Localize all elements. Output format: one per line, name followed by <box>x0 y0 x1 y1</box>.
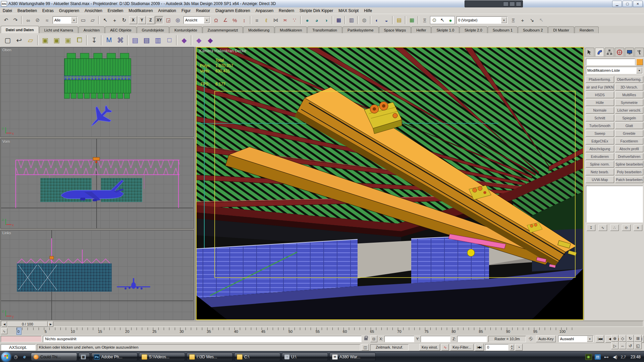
save-icon[interactable]: ▣ <box>40 35 51 46</box>
viewport-front-label[interactable]: Vorn <box>2 139 10 143</box>
modifier-button-netz-bearb-[interactable]: Netz bearb. <box>586 169 614 175</box>
pin-icon[interactable]: ↧ <box>89 35 100 46</box>
region-zoom-icon[interactable]: ⊞ <box>634 335 642 342</box>
create-layer-icon[interactable]: + <box>518 16 527 24</box>
menu-bearbeiten[interactable]: Bearbeiten <box>15 8 40 14</box>
modifier-button-h-lle[interactable]: Hülle <box>586 99 614 106</box>
select-and-rotate-icon[interactable]: ↻ <box>120 16 128 24</box>
layer-dropdown[interactable]: 0 (Vorgabe)▼ <box>457 16 507 24</box>
modifier-button-facettieren[interactable]: Facettieren <box>615 138 644 144</box>
tab-licht-und-kamera[interactable]: Licht und Kamera <box>39 26 78 33</box>
menu-animation[interactable]: Animation <box>156 8 179 14</box>
modify-panel-tab[interactable] <box>595 48 604 56</box>
modifier-button-abschr-profil[interactable]: Abschr.profil <box>615 145 644 152</box>
pan-hand-icon[interactable]: ⇔ <box>619 342 626 349</box>
toggle-layers-icon[interactable]: Ξ <box>509 16 518 24</box>
object-color-swatch[interactable] <box>636 59 643 65</box>
object-name-field[interactable] <box>586 59 635 65</box>
render-setup-teapot-icon[interactable]: ● <box>303 16 312 24</box>
viewport-front[interactable]: Vorn <box>0 138 194 229</box>
modifier-button-edgechex[interactable]: EdgeChEx <box>586 138 614 144</box>
time-configuration-icon[interactable]: ◔ <box>515 344 523 351</box>
unlink-selection-icon[interactable]: ⊘ <box>33 16 42 24</box>
menu-ansichten[interactable]: Ansichten <box>82 8 105 14</box>
percent-snap-icon[interactable]: % <box>230 16 239 24</box>
show-end-result-icon[interactable]: ∿ <box>598 225 607 231</box>
menu-rendern[interactable]: Rendern <box>276 8 297 14</box>
taskbar-button-adobe-ph-[interactable]: PsAdobe Ph... <box>91 353 138 361</box>
modifier-button-oberflverformg-[interactable]: Oberflverformg. <box>615 76 644 83</box>
rectangular-region-icon[interactable]: ▭ <box>79 16 88 24</box>
axis-constraint-z-button[interactable]: Z <box>147 16 155 24</box>
key-filter-curve-icon[interactable]: ∿ <box>441 344 449 351</box>
taskbar-button-u-[interactable]: ◔U:\ <box>282 353 328 361</box>
menu-datei[interactable]: Datei <box>0 8 15 14</box>
tab-soulbourn-2[interactable]: Soulbourn 2 <box>518 26 548 33</box>
configure-modifier-sets-icon[interactable]: ∗ <box>634 225 642 231</box>
set-key-button[interactable]: Key einst. <box>419 344 440 351</box>
close-button[interactable]: ✕ <box>633 1 643 7</box>
chevron-down-icon[interactable]: ▼ <box>587 336 593 342</box>
save-copy-icon[interactable]: ▣ <box>63 35 73 46</box>
remove-modifier-icon[interactable]: ⊖ <box>622 225 631 231</box>
viewport-camera-canvas[interactable] <box>197 48 583 319</box>
taskbar-button-could-thi-[interactable]: Could Thi... <box>31 353 77 361</box>
walk-through-icon[interactable]: ▷ <box>611 342 619 349</box>
airplane-top-view[interactable] <box>84 101 116 133</box>
taskbar-button-c-[interactable]: C:\ <box>234 353 280 361</box>
modifier-button-uvw-map[interactable]: UVW-Map <box>586 176 614 183</box>
menu-reaktor[interactable]: Reaktor <box>193 8 213 14</box>
key-mode-toggle-button[interactable]: |◀▶| <box>475 344 484 351</box>
internet-explorer-icon[interactable]: e <box>21 353 28 361</box>
isolate-eye-icon[interactable]: ⊙ <box>431 16 438 24</box>
material-editor-icon[interactable]: ◐ <box>373 16 381 24</box>
usb-tray-icon[interactable]: ⊷ <box>603 354 609 360</box>
tab-space-warps[interactable]: Space Warps <box>379 26 411 33</box>
undo-icon[interactable]: ↶ <box>2 16 10 24</box>
viewport-left[interactable]: Links <box>0 230 194 320</box>
menu-erstellen[interactable]: Erstellen <box>105 8 126 14</box>
camera-iris-icon[interactable]: ◍ <box>360 16 369 24</box>
align-icon[interactable]: ≍ <box>281 16 289 24</box>
render-last-teapot-icon[interactable]: ◕ <box>312 16 321 24</box>
modifier-button-normale[interactable]: Normale <box>586 107 614 114</box>
modifier-button-spline-norm-[interactable]: Spline norm. <box>586 161 614 168</box>
motion-panel-tab[interactable] <box>615 48 624 56</box>
pin-stack-icon[interactable]: ↧ <box>587 225 595 231</box>
modifier-stack-list[interactable] <box>586 186 643 223</box>
modifier-button-poly-bearbeiten[interactable]: Poly bearbeiten <box>615 169 644 175</box>
window-export-icon[interactable]: ▤ <box>130 35 141 46</box>
tab-zusammengesetzt[interactable]: Zusammengesetzt <box>203 26 243 33</box>
menu-max-script[interactable]: MAX Script <box>336 8 361 14</box>
viewport-camera[interactable]: Kamera Hallenkran Decke Total Polys:1.07… <box>196 47 584 320</box>
tab-skripte-1-0[interactable]: Skripte 1.0 <box>431 26 459 33</box>
help-book-icon[interactable]: ◆ <box>179 35 190 46</box>
selection-set-dropdown[interactable]: Auswahl▼ <box>558 336 593 342</box>
axis-constraint-x-button[interactable]: X <box>129 16 137 24</box>
menu-extras[interactable]: Extras <box>40 8 56 14</box>
modifier-button-extrudieren[interactable]: Extrudieren <box>586 153 614 160</box>
reference-coordinate-dropdown[interactable]: Ansicht▼ <box>183 16 210 24</box>
tab-datei-und-daten[interactable]: Datei und Daten <box>1 26 39 33</box>
menu-gruppieren[interactable]: Gruppieren <box>56 8 82 14</box>
tab-skripte-2-0[interactable]: Skripte 2.0 <box>460 26 487 33</box>
reference-book-icon[interactable]: ◆ <box>205 35 216 46</box>
modifier-button-sweep[interactable]: Sweep <box>586 130 614 137</box>
layer-stack-icon[interactable]: Ξ <box>420 16 429 24</box>
snap-toggle-3d-icon[interactable]: Ω <box>212 16 220 24</box>
copy-scene-icon[interactable]: ⧠ <box>74 35 85 46</box>
modifier-button-patch-bearbeiten[interactable]: Patch bearbeiten <box>615 176 644 183</box>
modifier-button-schnitt[interactable]: Schnitt <box>586 115 614 121</box>
named-selection-sets-icon[interactable]: ≡ <box>253 16 261 24</box>
zoom-extents-all-icon[interactable]: ◇ <box>619 335 626 342</box>
modifier-button-multires[interactable]: MultiRes <box>615 92 644 98</box>
modifier-button-drehverfahren[interactable]: Drehverfahren <box>615 153 644 160</box>
crane-hook[interactable] <box>467 249 475 256</box>
taskbar-button-tool[interactable]: ▦ <box>78 353 90 361</box>
tab-helfer[interactable]: Helfer <box>411 26 431 33</box>
menu-hilfe[interactable]: Hilfe <box>361 8 375 14</box>
start-button[interactable] <box>1 352 11 362</box>
selection-lock-icon[interactable] <box>364 338 368 340</box>
selection-cursor-icon[interactable]: ↖ <box>439 16 446 24</box>
coord-z-field[interactable] <box>457 336 487 342</box>
